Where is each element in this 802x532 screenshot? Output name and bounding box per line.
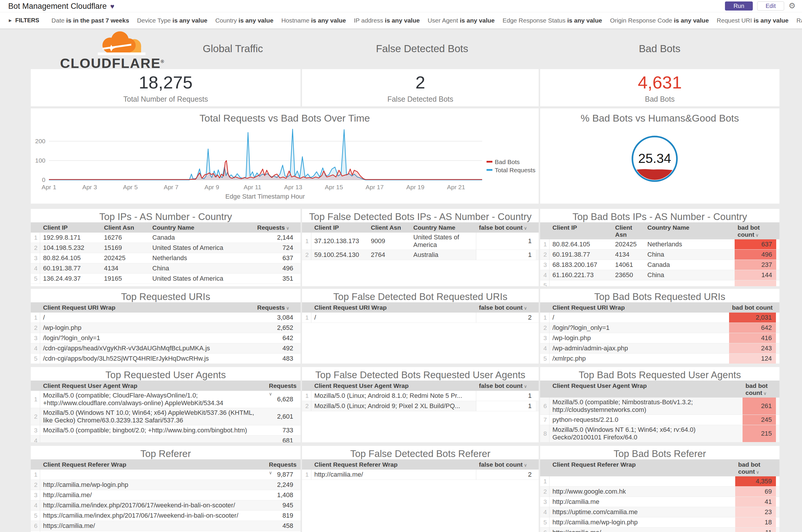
column-header[interactable]: Client Request Referer Wrap bbox=[311, 459, 476, 470]
table-row[interactable]: 6http://camilia.me/11 bbox=[540, 528, 780, 532]
column-header[interactable]: Client Asn bbox=[368, 222, 410, 233]
table-row[interactable]: 5136.24.49.3719165United States of Ameri… bbox=[31, 273, 301, 284]
table-row[interactable]: 4/wp-admin/admin-ajax.php243 bbox=[540, 343, 780, 354]
table-row[interactable]: 461.160.221.7323650China144 bbox=[540, 270, 780, 280]
table-row[interactable]: 3Mozilla/5.0 (compatible; bingbot/2.0; +… bbox=[31, 425, 301, 436]
column-header[interactable]: Client Request URI Wrap bbox=[311, 302, 476, 312]
filters-label[interactable]: FILTERS bbox=[15, 17, 39, 24]
column-header[interactable]: Client IP bbox=[311, 222, 368, 233]
table-row[interactable]: 8Mozilla/5.0 (Windows NT 6.1; Win64; x64… bbox=[540, 425, 780, 442]
legend-label[interactable]: Bad Bots bbox=[495, 158, 520, 165]
table-row[interactable]: 1Mozilla/5.0 (Linux; Android 8.1.0; Redm… bbox=[302, 391, 539, 401]
table-row[interactable]: 2/login/?login_only=1642 bbox=[540, 323, 780, 333]
column-header[interactable]: Client Asn bbox=[612, 222, 644, 239]
column-header[interactable]: false bot count ∨ bbox=[476, 381, 536, 391]
column-header[interactable]: bad bot count ∨ bbox=[729, 302, 776, 312]
filter-item[interactable]: User Agent is any value bbox=[428, 17, 495, 24]
table-row[interactable]: 4https://uptime.com/camilia.me23 bbox=[540, 507, 780, 517]
column-header[interactable]: Client IP bbox=[40, 222, 101, 233]
table-row[interactable]: 1192.99.8.17116276Canada2,144 bbox=[31, 233, 301, 243]
table-cell: 14061 bbox=[612, 260, 644, 270]
table-row[interactable]: 6https://camilia.me/458 bbox=[31, 521, 301, 531]
column-header[interactable]: false bot count ∨ bbox=[476, 222, 536, 233]
table-row[interactable]: 4681 bbox=[31, 436, 301, 442]
table-row[interactable]: 2http://www.google.com.hk69 bbox=[540, 487, 780, 497]
column-header[interactable]: Country Name bbox=[410, 222, 476, 233]
run-button[interactable]: Run bbox=[725, 1, 753, 11]
table-row[interactable]: 3http://camilia.me/1,408 bbox=[31, 490, 301, 500]
table-row[interactable]: 4/cdn-cgi/apps/head/xVgyKhR-vV3dAUGhMqfB… bbox=[31, 343, 301, 354]
table-row[interactable]: 7python-requests/2.21.0245 bbox=[540, 415, 780, 425]
column-header[interactable]: Requests ∨ bbox=[266, 381, 297, 391]
table-row[interactable]: 380.82.64.105202425Netherlands637 bbox=[31, 253, 301, 263]
table-row[interactable]: 5/xmlrpc.php124 bbox=[540, 354, 780, 364]
table-row[interactable]: 368.183.200.16714061Canada237 bbox=[540, 260, 780, 270]
table-row[interactable]: 260.191.38.774134China496 bbox=[540, 250, 780, 260]
count-cell: 642 bbox=[254, 333, 297, 343]
filter-item[interactable]: Date is in the past 7 weeks bbox=[52, 17, 129, 24]
table-row[interactable]: 2/wp-login.php2,652 bbox=[31, 323, 301, 333]
table-row[interactable]: 460.191.38.774134China496 bbox=[31, 263, 301, 273]
table-row[interactable]: 5/cdn-cgi/apps/body/3Lh52SjWTQ4HRlErJykH… bbox=[31, 354, 301, 364]
row-number: 2 bbox=[31, 323, 40, 333]
filters-expand-icon[interactable]: ▶ bbox=[9, 18, 12, 22]
table-row[interactable]: 5http://camilia.me/wp-login.php18 bbox=[540, 517, 780, 528]
table-row[interactable]: 4http://camilia.me/index.php/2017/06/17/… bbox=[31, 500, 301, 511]
filter-item[interactable]: Country is any value bbox=[215, 17, 273, 24]
column-header[interactable]: Client Request Referer Wrap bbox=[40, 459, 266, 470]
table-row[interactable]: 259.100.254.1302764Australia1 bbox=[302, 250, 539, 260]
filter-item[interactable]: Request URI is any value bbox=[717, 17, 788, 24]
table-row[interactable]: 14,359 bbox=[540, 476, 780, 487]
series-line-total-requests[interactable] bbox=[49, 129, 482, 180]
column-header[interactable]: Client Request URI Wrap bbox=[40, 302, 254, 312]
table-row[interactable]: 1/2,031 bbox=[540, 312, 780, 323]
table-row[interactable]: 2Mozilla/5.0 (Windows NT 10.0; Win64; x6… bbox=[31, 408, 301, 425]
column-header[interactable]: Country Name bbox=[149, 222, 254, 233]
filter-condition: is any value bbox=[311, 17, 346, 24]
table-row[interactable]: 2104.198.5.23215169United States of Amer… bbox=[31, 243, 301, 253]
table-row[interactable]: 2Mozilla/5.0 (Linux; Android 9; Pixel 2 … bbox=[302, 401, 539, 411]
table-row[interactable]: 19,877 bbox=[31, 470, 301, 480]
column-header[interactable]: Client Request User Agent Wrap bbox=[311, 381, 476, 391]
column-header[interactable]: Requests ∨ bbox=[254, 302, 297, 312]
column-header[interactable]: Client Asn bbox=[101, 222, 149, 233]
table-row[interactable]: 3/wp-login.php416 bbox=[540, 333, 780, 343]
edit-button[interactable]: Edit bbox=[757, 1, 784, 11]
filter-item[interactable]: Origin Response Code is any value bbox=[610, 17, 709, 24]
table-row[interactable]: 5 bbox=[540, 280, 780, 286]
column-header[interactable]: bad bot count ∨ bbox=[743, 381, 776, 398]
column-header[interactable]: Requests ∨ bbox=[254, 222, 297, 233]
filter-item[interactable]: Hostname is any value bbox=[281, 17, 346, 24]
table-row[interactable]: 137.120.138.1739009United States of Amer… bbox=[302, 233, 539, 250]
table-row[interactable]: 6Mozilla/5.0 (compatible; Nimbostratus-B… bbox=[540, 398, 780, 415]
column-header[interactable]: false bot count ∨ bbox=[476, 459, 536, 470]
column-header[interactable]: false bot count ∨ bbox=[476, 302, 536, 312]
table-row[interactable]: 1Mozilla/5.0 (compatible; CloudFlare-Alw… bbox=[31, 391, 301, 408]
filter-item[interactable]: Device Type is any value bbox=[137, 17, 207, 24]
column-header[interactable]: Client IP bbox=[550, 222, 612, 239]
table-row[interactable]: 1/2 bbox=[302, 312, 539, 323]
column-header[interactable]: Client Request Referer Wrap bbox=[550, 459, 735, 476]
column-header[interactable]: Country Name bbox=[644, 222, 734, 239]
table-row[interactable]: 1/3,084 bbox=[31, 312, 301, 323]
column-header[interactable]: Client Request User Agent Wrap bbox=[550, 381, 743, 398]
table-row[interactable]: 3/login/?login_only=1642 bbox=[31, 333, 301, 343]
column-header[interactable]: bad bot count ∨ bbox=[735, 459, 776, 476]
column-header[interactable]: Client Request URI Wrap bbox=[550, 302, 729, 312]
legend-label[interactable]: Total Requests bbox=[495, 167, 535, 173]
table-row[interactable]: 2http://camilia.me/wp-login.php2,249 bbox=[31, 480, 301, 490]
column-header[interactable]: Requests ∨ bbox=[266, 459, 297, 470]
filter-item[interactable]: Edge Response Status is any value bbox=[503, 17, 602, 24]
filter-item[interactable]: IP address is any value bbox=[354, 17, 420, 24]
table-row[interactable]: 3http://camilia.me41 bbox=[540, 497, 780, 507]
gear-icon[interactable]: ⚙ bbox=[788, 1, 796, 11]
table-row[interactable]: 5https://camilia.me/index.php/2017/06/17… bbox=[31, 511, 301, 521]
row-number: 4 bbox=[31, 436, 40, 442]
table-row[interactable]: 1http://camilia.me/2 bbox=[302, 470, 539, 480]
table-cell: Netherlands bbox=[149, 253, 254, 263]
table-row[interactable]: 180.82.64.105202425Netherlands637 bbox=[540, 239, 780, 250]
filter-item[interactable]: RayID is any value bbox=[797, 17, 802, 24]
count-cell: 3,084 bbox=[254, 312, 297, 323]
column-header[interactable]: bad bot count ∨ bbox=[734, 222, 776, 239]
column-header[interactable]: Client Request User Agent Wrap bbox=[40, 381, 266, 391]
